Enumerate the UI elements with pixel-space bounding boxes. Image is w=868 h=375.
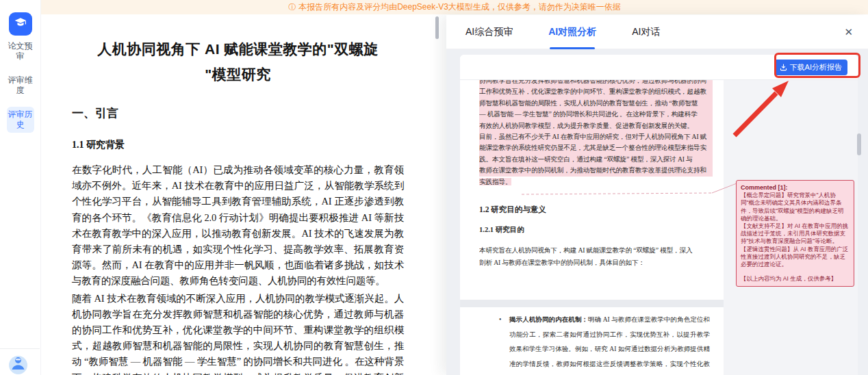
review-paragraph-line: 剖析 AI 与教师在课堂教学中的协同机制，具体目的如下：: [479, 257, 713, 269]
comment-item: 【概念界定问题】研究背景中"人机协同"概念未明确定义其具体内涵和边界条件，导致后…: [741, 192, 850, 222]
download-icon: [780, 64, 787, 71]
panel-body: 下载AI分析报告 协同教学旨在充分发挥教师智慧和机器智能的核心优势，通过教师与机…: [446, 49, 868, 375]
sidebar-item-review-dimensions[interactable]: 评审维度: [7, 73, 34, 99]
comment-item: 【文献支持不足】对 AI 在教育中应用的挑战描述过于笼统，未引用具体研究数据支持…: [741, 222, 850, 246]
close-icon[interactable]: ✕: [844, 26, 853, 38]
disclaimer-text: 本报告所有内容及评分均由DeepSeek-V3大模型生成，仅供参考，请勿作为决策…: [298, 1, 621, 13]
highlighted-line: 实践指导。: [479, 177, 713, 188]
download-report-label: 下载AI分析报告: [790, 62, 842, 73]
highlighted-line: — 机器智能 — 学生智慧” 的协同增长和共同进化 。在这种背景下，构建科学: [479, 109, 713, 120]
ai-comment-box: Commented [1]: 【概念界定问题】研究背景中"人机协同"概念未明确定…: [736, 180, 854, 287]
review-paragraph: 本研究旨在人机协同视角下，构建 AI 赋能课堂教学的 “双螺旋” 模型，深入 剖…: [479, 244, 713, 268]
page-break: [460, 300, 724, 307]
highlighted-line: 工作和优势互补，优化课堂教学的中间环节、重构课堂教学的组织模式，超越教: [479, 86, 713, 97]
review-section-heading: 1.2 研究目的与意义: [479, 204, 713, 215]
review-document: 协同教学旨在充分发挥教师智慧和机器智能的核心优势，通过教师与机器的协同 工作和优…: [460, 80, 858, 375]
paper-title-line1: 人机协同视角下 AI 赋能课堂教学的"双螺旋: [72, 36, 404, 62]
paragraph-background-1: 在数字化时代，人工智能（AI）已成为推动各领域变革的核心力量，教育领域亦不例外。…: [72, 162, 404, 289]
highlighted-line: 践。本文旨在填补这一研究空白，通过构建 “双螺旋” 模型，深入探讨 AI 与: [479, 154, 713, 165]
highlighted-line: 师智慧和机器智能的局限性，实现人机协同的教育智慧创生，推动 “教师智慧: [479, 98, 713, 109]
highlighted-line: 能课堂教学的系统性研究仍显不足，尤其是缺乏一个整合性的理论模型来指导实: [479, 142, 713, 153]
user-avatar[interactable]: [9, 356, 27, 374]
paragraph-background-2: 随着 AI 技术在教育领域的不断深入应用，人机协同的教学模式逐渐兴起。人机协同教…: [72, 291, 404, 375]
person-icon: [9, 356, 27, 374]
comment-footer: 【以上内容均为 AI 生成，仅供参考】: [741, 275, 850, 283]
paper-title-line2: "模型研究: [72, 62, 404, 87]
download-report-button[interactable]: 下载AI分析报告: [774, 60, 847, 75]
section-heading-introduction: 一、引言: [72, 105, 404, 121]
highlighted-line: 教师在课堂教学中的协同机制，为推动智能时代的教育教学改革提供理论支持和: [479, 165, 713, 176]
tab-ai-chat[interactable]: AI对话: [632, 15, 660, 49]
objective-bullet-1: 揭示人机协同的内在机制：明确 AI 与教师在课堂教学中的角色定位和功能分工，探索…: [498, 313, 710, 375]
review-paragraph-line: 本研究旨在人机协同视角下，构建 AI 赋能课堂教学的 “双螺旋” 模型，深入: [479, 244, 713, 257]
sidebar-divider: [0, 348, 40, 349]
app-logo[interactable]: [9, 12, 32, 36]
comment-item: 【逻辑连贯性问题】从 AI 教育应用的广泛性直接过渡到人机协同研究的不足，缺乏必…: [741, 246, 850, 269]
subsection-heading-background: 1.1 研究背景: [72, 139, 404, 151]
tab-ai-contrast-analysis[interactable]: AI对照分析: [548, 15, 596, 49]
document-page: 人机协同视角下 AI 赋能课堂教学的"双螺旋 "模型研究 一、引言 1.1 研究…: [41, 14, 446, 375]
paper-title: 人机协同视角下 AI 赋能课堂教学的"双螺旋 "模型研究: [72, 36, 404, 87]
tab-ai-comprehensive-review[interactable]: AI综合预审: [465, 15, 513, 49]
highlighted-line: 协同教学旨在充分发挥教师智慧和机器智能的核心优势，通过教师与机器的协同: [479, 80, 713, 86]
review-sub-heading: 1.2.1 研究目的: [479, 224, 713, 235]
graduation-cap-icon: [14, 16, 27, 32]
sidebar: 论文预审 评审维度 评审历史: [0, 0, 41, 375]
document-scrollbar-thumb[interactable]: [435, 16, 439, 39]
panel-scrollbar-thumb[interactable]: [857, 133, 861, 155]
review-document-text: 协同教学旨在充分发挥教师智慧和机器智能的核心优势，通过教师与机器的协同 工作和优…: [460, 80, 724, 375]
analysis-toolbar: 下载AI分析报告: [460, 55, 858, 80]
comment-title: Commented [1]:: [741, 184, 850, 192]
sidebar-nav: 论文预审 评审维度 评审历史: [4, 38, 36, 133]
analysis-card: 下载AI分析报告 协同教学旨在充分发挥教师智慧和机器智能的核心优势，通过教师与机…: [460, 55, 858, 375]
disclaimer-banner: ⓘ 本报告所有内容及评分均由DeepSeek-V3大模型生成，仅供参考，请勿作为…: [41, 0, 868, 14]
document-viewer: 人机协同视角下 AI 赋能课堂教学的"双螺旋 "模型研究 一、引言 1.1 研究…: [41, 14, 446, 375]
sidebar-item-paper-review[interactable]: 论文预审: [7, 38, 34, 64]
highlighted-line: 目前，虽然已有不少关于 AI 在教育中应用的研究，但对于人机协同视角下 AI 赋: [479, 131, 713, 142]
panel-tabbar: AI综合预审 AI对照分析 AI对话 ✕: [446, 15, 868, 49]
sidebar-item-review-history[interactable]: 评审历史: [7, 107, 34, 133]
info-icon: ⓘ: [288, 3, 296, 11]
comment-margin: Commented [1]: 【概念界定问题】研究背景中"人机协同"概念未明确定…: [724, 80, 858, 375]
ai-review-panel: AI综合预审 AI对照分析 AI对话 ✕ 下载AI分析报告 协同教学旨在充分发挥…: [446, 15, 868, 375]
highlighted-line: 有效的人机协同教学模型，成为提升教学质量、促进教育创新发展的关键。: [479, 120, 713, 131]
